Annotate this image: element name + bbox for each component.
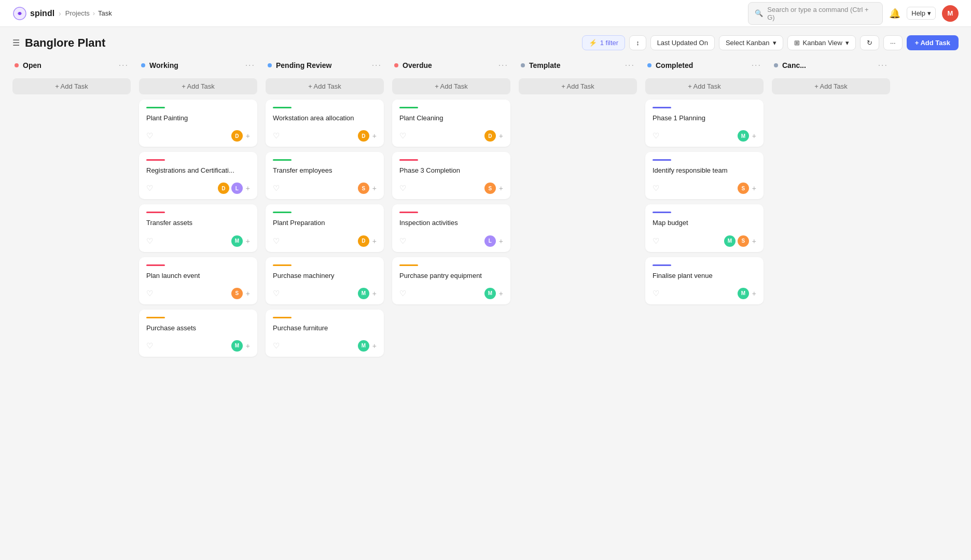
- col-more-open[interactable]: ···: [119, 61, 129, 70]
- plus-btn-working-3[interactable]: +: [246, 289, 250, 298]
- plus-btn-completed-0[interactable]: +: [752, 132, 756, 140]
- bell-icon[interactable]: 🔔: [889, 8, 900, 19]
- plus-btn-pending-review-4[interactable]: +: [372, 342, 377, 350]
- plus-btn-pending-review-1[interactable]: +: [372, 184, 377, 192]
- assignee-badge-overdue-1-0[interactable]: S: [484, 183, 496, 194]
- add-task-row-open[interactable]: + Add Task: [12, 78, 131, 94]
- assignee-badge-completed-1-0[interactable]: S: [738, 183, 749, 194]
- assignee-badge-working-4-0[interactable]: M: [231, 340, 243, 352]
- card-working-2[interactable]: Transfer assets♡M+: [139, 204, 257, 251]
- card-pending-review-4[interactable]: Purchase furniture♡M+: [266, 310, 384, 357]
- plus-btn-pending-review-0[interactable]: +: [372, 132, 377, 140]
- assignee-badge-completed-3-0[interactable]: M: [738, 288, 749, 299]
- heart-icon-pending-review-0[interactable]: ♡: [273, 131, 280, 141]
- assignee-badge-working-0-0[interactable]: D: [231, 130, 243, 142]
- logo[interactable]: spindl: [12, 6, 54, 21]
- assignee-badge-overdue-0-0[interactable]: D: [484, 130, 496, 142]
- assignee-badge-working-2-0[interactable]: M: [231, 235, 243, 247]
- assignee-badge-pending-review-1-0[interactable]: S: [358, 183, 369, 194]
- filter-button[interactable]: ⚡ 1 filter: [582, 35, 625, 50]
- add-task-button[interactable]: + Add Task: [907, 35, 959, 50]
- plus-btn-pending-review-3[interactable]: +: [372, 289, 377, 298]
- assignee-badge-overdue-2-0[interactable]: L: [484, 235, 496, 247]
- add-task-row-working[interactable]: + Add Task: [139, 78, 257, 94]
- heart-icon-overdue-1[interactable]: ♡: [399, 184, 406, 193]
- sort-button[interactable]: ↕: [629, 35, 646, 50]
- heart-icon-working-0[interactable]: ♡: [146, 131, 153, 141]
- card-completed-1[interactable]: Identify responsible team♡S+: [645, 152, 764, 199]
- add-task-row-pending-review[interactable]: + Add Task: [266, 78, 384, 94]
- assignee-badge-working-1-0[interactable]: D: [218, 183, 229, 194]
- assignee-badge-working-3-0[interactable]: S: [231, 288, 243, 299]
- heart-icon-overdue-2[interactable]: ♡: [399, 236, 406, 246]
- col-more-template[interactable]: ···: [625, 61, 635, 70]
- card-pending-review-0[interactable]: Workstation area allocation♡D+: [266, 100, 384, 147]
- heart-icon-completed-3[interactable]: ♡: [653, 289, 659, 298]
- plus-btn-overdue-1[interactable]: +: [499, 184, 503, 192]
- card-pending-review-3[interactable]: Purchase machinery♡M+: [266, 257, 384, 304]
- search-bar[interactable]: 🔍 Search or type a command (Ctrl + G): [748, 2, 883, 25]
- card-completed-0[interactable]: Phase 1 Planning♡M+: [645, 100, 764, 147]
- card-overdue-2[interactable]: Inspection activities♡L+: [392, 204, 510, 251]
- refresh-button[interactable]: ↻: [860, 35, 879, 50]
- col-more-working[interactable]: ···: [245, 61, 255, 70]
- heart-icon-pending-review-4[interactable]: ♡: [273, 341, 280, 351]
- heart-icon-pending-review-1[interactable]: ♡: [273, 184, 280, 193]
- add-task-row-overdue[interactable]: + Add Task: [392, 78, 510, 94]
- plus-btn-completed-1[interactable]: +: [752, 184, 756, 192]
- card-pending-review-2[interactable]: Plant Preparation♡D+: [266, 204, 384, 251]
- hamburger-icon[interactable]: ☰: [12, 38, 20, 48]
- card-overdue-0[interactable]: Plant Cleaning♡D+: [392, 100, 510, 147]
- assignee-badge-completed-2-0[interactable]: M: [724, 235, 736, 247]
- card-working-0[interactable]: Plant Painting♡D+: [139, 100, 257, 147]
- card-overdue-1[interactable]: Phase 3 Completion♡S+: [392, 152, 510, 199]
- assignee-badge-overdue-3-0[interactable]: M: [484, 288, 496, 299]
- heart-icon-overdue-3[interactable]: ♡: [399, 289, 406, 298]
- card-completed-2[interactable]: Map budget♡MS+: [645, 204, 764, 251]
- card-working-3[interactable]: Plan launch event♡S+: [139, 257, 257, 304]
- plus-btn-overdue-3[interactable]: +: [499, 289, 503, 298]
- heart-icon-completed-1[interactable]: ♡: [653, 184, 659, 193]
- plus-btn-working-4[interactable]: +: [246, 342, 250, 350]
- assignee-badge-pending-review-0-0[interactable]: D: [358, 130, 369, 142]
- assignee-badge-pending-review-3-0[interactable]: M: [358, 288, 369, 299]
- col-more-pending-review[interactable]: ···: [372, 61, 382, 70]
- heart-icon-pending-review-3[interactable]: ♡: [273, 289, 280, 298]
- heart-icon-completed-0[interactable]: ♡: [653, 131, 659, 141]
- card-pending-review-1[interactable]: Transfer employees♡S+: [266, 152, 384, 199]
- plus-btn-pending-review-2[interactable]: +: [372, 237, 377, 245]
- col-more-cancelled[interactable]: ···: [878, 61, 888, 70]
- card-working-1[interactable]: Registrations and Certificati...♡DL+: [139, 152, 257, 199]
- avatar[interactable]: M: [942, 5, 959, 22]
- heart-icon-pending-review-2[interactable]: ♡: [273, 236, 280, 246]
- kanban-view-button[interactable]: ⊞ Kanban View ▾: [787, 35, 856, 50]
- heart-icon-completed-2[interactable]: ♡: [653, 236, 659, 246]
- more-options-button[interactable]: ···: [883, 35, 903, 50]
- plus-btn-working-2[interactable]: +: [246, 237, 250, 245]
- add-task-row-completed[interactable]: + Add Task: [645, 78, 764, 94]
- select-kanban-button[interactable]: Select Kanban ▾: [719, 35, 783, 50]
- assignee-badge-pending-review-2-0[interactable]: D: [358, 235, 369, 247]
- assignee-badge-working-1-1[interactable]: L: [231, 183, 243, 194]
- heart-icon-working-3[interactable]: ♡: [146, 289, 153, 298]
- assignee-badge-completed-2-1[interactable]: S: [738, 235, 749, 247]
- add-task-row-cancelled[interactable]: + Add Task: [772, 78, 890, 94]
- heart-icon-overdue-0[interactable]: ♡: [399, 131, 406, 141]
- plus-btn-overdue-2[interactable]: +: [499, 237, 503, 245]
- assignee-badge-completed-0-0[interactable]: M: [738, 130, 749, 142]
- heart-icon-working-1[interactable]: ♡: [146, 184, 153, 193]
- add-task-row-template[interactable]: + Add Task: [519, 78, 637, 94]
- plus-btn-overdue-0[interactable]: +: [499, 132, 503, 140]
- assignee-badge-pending-review-4-0[interactable]: M: [358, 340, 369, 352]
- col-more-overdue[interactable]: ···: [498, 61, 508, 70]
- card-completed-3[interactable]: Finalise plant venue♡M+: [645, 257, 764, 304]
- plus-btn-completed-3[interactable]: +: [752, 289, 756, 298]
- plus-btn-completed-2[interactable]: +: [752, 237, 756, 245]
- plus-btn-working-0[interactable]: +: [246, 132, 250, 140]
- col-more-completed[interactable]: ···: [752, 61, 761, 70]
- breadcrumb-projects[interactable]: Projects: [65, 9, 90, 17]
- card-working-4[interactable]: Purchase assets♡M+: [139, 310, 257, 357]
- help-button[interactable]: Help ▾: [907, 7, 936, 20]
- breadcrumb-task[interactable]: Task: [98, 9, 112, 17]
- heart-icon-working-2[interactable]: ♡: [146, 236, 153, 246]
